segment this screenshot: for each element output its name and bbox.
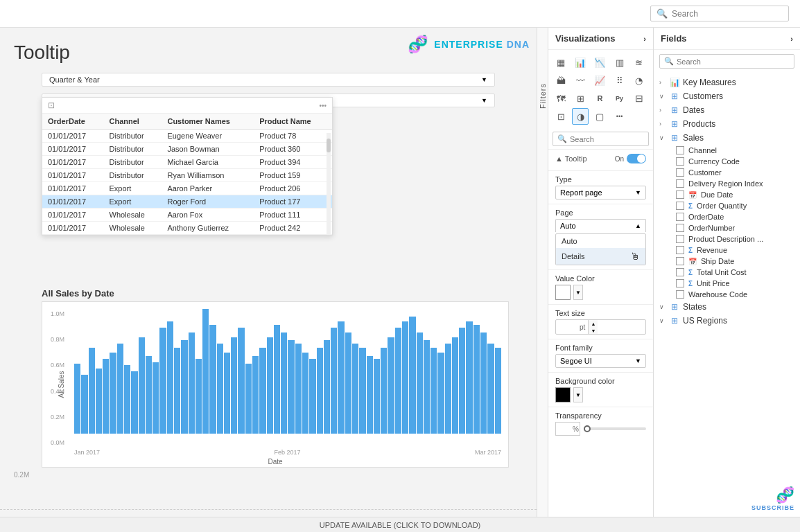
sales-ordernumber-checkbox[interactable]	[676, 224, 684, 232]
chart-bar[interactable]	[224, 353, 230, 434]
group-key-measures-header[interactable]: › 📊 Key Measures	[654, 76, 800, 89]
chart-bar[interactable]	[245, 364, 252, 434]
chart-bar[interactable]	[424, 340, 430, 434]
chart-bar[interactable]	[445, 344, 451, 434]
chart-bar[interactable]	[281, 332, 287, 434]
chart-bar[interactable]	[473, 325, 480, 434]
top-search-box[interactable]: 🔍	[650, 6, 789, 21]
table-row[interactable]: 01/01/2017DistributorJason BowmanProduct…	[42, 143, 332, 156]
sales-channel-checkbox[interactable]	[676, 146, 684, 154]
chart-bar[interactable]	[388, 337, 394, 434]
chart-bar[interactable]	[195, 359, 202, 434]
sales-revenue-checkbox[interactable]	[676, 246, 684, 254]
viz-panel-expand-icon[interactable]: ›	[643, 35, 646, 43]
chart-bar[interactable]	[374, 359, 380, 434]
chart-bar[interactable]	[189, 332, 195, 434]
sales-item-channel[interactable]: Channel	[654, 145, 800, 156]
chart-bar[interactable]	[302, 353, 308, 434]
chart-bar[interactable]	[167, 321, 173, 434]
chart-bar[interactable]	[259, 348, 266, 434]
filter-value-chevron-icon[interactable]: ▼	[481, 97, 487, 104]
chart-bar[interactable]	[124, 365, 130, 434]
type-select[interactable]: Report page ▼	[555, 186, 646, 200]
chart-bar[interactable]	[495, 348, 501, 434]
transparency-value[interactable]: 0	[556, 425, 571, 434]
chart-bar[interactable]	[103, 359, 109, 434]
table-row[interactable]: 01/01/2017WholesaleAaron FoxProduct 111	[42, 209, 332, 222]
table-row[interactable]: 01/01/2017WholesaleAnthony GutierrezProd…	[42, 222, 332, 235]
viz-waterfall[interactable]: ≋	[631, 54, 647, 71]
chart-bar[interactable]	[146, 356, 152, 434]
chart-bar[interactable]	[480, 332, 487, 434]
chart-bar[interactable]	[437, 353, 444, 434]
page-option-auto[interactable]: Auto	[556, 234, 645, 248]
chart-bar[interactable]	[345, 332, 351, 434]
chart-bar[interactable]	[153, 362, 159, 434]
chart-bar[interactable]	[317, 348, 323, 434]
sales-orderdate-checkbox[interactable]	[676, 213, 684, 221]
filter-chevron-icon[interactable]: ▼	[481, 76, 487, 83]
value-color-swatch[interactable]	[555, 285, 571, 300]
chart-bar[interactable]	[274, 325, 280, 434]
chart-bar[interactable]	[181, 340, 187, 434]
transparency-input[interactable]: 0 %	[555, 422, 580, 436]
chart-bar[interactable]	[409, 317, 415, 434]
chart-bar[interactable]	[338, 321, 344, 434]
sales-customer-checkbox[interactable]	[676, 168, 684, 177]
viz-stacked-bar[interactable]: ▦	[553, 54, 569, 71]
sales-unitprice-checkbox[interactable]	[676, 279, 684, 287]
tooltip-card-dots-icon[interactable]: •••	[319, 102, 327, 109]
chart-bar[interactable]	[217, 344, 223, 434]
chart-bar[interactable]	[252, 356, 259, 434]
chart-bar[interactable]	[395, 328, 401, 434]
group-sales-header[interactable]: ∨ ⊞ Sales	[654, 131, 800, 145]
chart-bar[interactable]	[367, 356, 373, 434]
chart-bar[interactable]	[267, 337, 273, 434]
chart-bar[interactable]	[81, 375, 87, 434]
viz-search-bar[interactable]: 🔍	[553, 132, 649, 146]
sales-productdesc-checkbox[interactable]	[676, 235, 684, 243]
transparency-slider[interactable]	[584, 427, 646, 430]
viz-bar-horiz[interactable]: ▥	[611, 54, 628, 71]
sales-orderqty-checkbox[interactable]	[676, 202, 684, 210]
viz-card[interactable]: ▢	[591, 108, 608, 125]
viz-r[interactable]: R	[591, 90, 608, 107]
chart-bar[interactable]	[231, 337, 237, 434]
sales-item-totalunitcost[interactable]: Σ Total Unit Cost	[654, 267, 800, 278]
chart-bar[interactable]	[359, 348, 365, 434]
chart-bar[interactable]	[96, 369, 102, 434]
bg-color-chevron[interactable]: ▼	[573, 387, 583, 402]
table-row[interactable]: 01/01/2017ExportAaron ParkerProduct 206	[42, 182, 332, 195]
chart-bar[interactable]	[466, 321, 472, 434]
sales-item-duedate[interactable]: 📅 Due Date	[654, 189, 800, 200]
sales-warehousecode-checkbox[interactable]	[676, 290, 684, 299]
chart-bar[interactable]	[238, 328, 244, 434]
chart-bar[interactable]	[402, 321, 408, 434]
scroll-indicator[interactable]	[327, 133, 331, 235]
viz-pie[interactable]: ◔	[631, 72, 647, 89]
chart-bar[interactable]	[331, 328, 337, 434]
group-products-header[interactable]: › ⊞ Products	[654, 117, 800, 131]
top-search-input[interactable]	[672, 9, 783, 19]
sales-item-product-desc[interactable]: Product Description ...	[654, 233, 800, 245]
table-row[interactable]: 01/01/2017DistributorRyan WilliamsonProd…	[42, 169, 332, 182]
tooltip-toggle-control[interactable]: On	[615, 154, 646, 163]
viz-scatter[interactable]: ⠿	[611, 72, 628, 89]
text-size-down[interactable]: ▼	[588, 327, 598, 334]
chart-bar[interactable]	[452, 337, 458, 434]
sales-duedate-checkbox[interactable]	[676, 190, 684, 199]
fields-panel-expand-icon[interactable]: ›	[790, 35, 793, 43]
sales-item-warehousecode[interactable]: Warehouse Code	[654, 289, 800, 300]
sales-item-orderdate[interactable]: OrderDate	[654, 211, 800, 222]
chart-bar[interactable]	[417, 332, 423, 434]
chart-bar[interactable]	[352, 344, 358, 434]
viz-gauge[interactable]: ◑	[572, 108, 589, 125]
sales-item-currency[interactable]: Currency Code	[654, 156, 800, 167]
group-customers-header[interactable]: ∨ ⊞ Customers	[654, 89, 800, 103]
chart-bar[interactable]	[159, 328, 166, 434]
viz-bar-chart[interactable]: 📊	[572, 54, 589, 71]
table-row[interactable]: 01/01/2017ExportRoger FordProduct 177	[42, 195, 332, 209]
viz-matrix[interactable]: ⊡	[553, 108, 569, 125]
sales-shipdate-checkbox[interactable]	[676, 257, 684, 265]
chart-bar[interactable]	[288, 340, 294, 434]
